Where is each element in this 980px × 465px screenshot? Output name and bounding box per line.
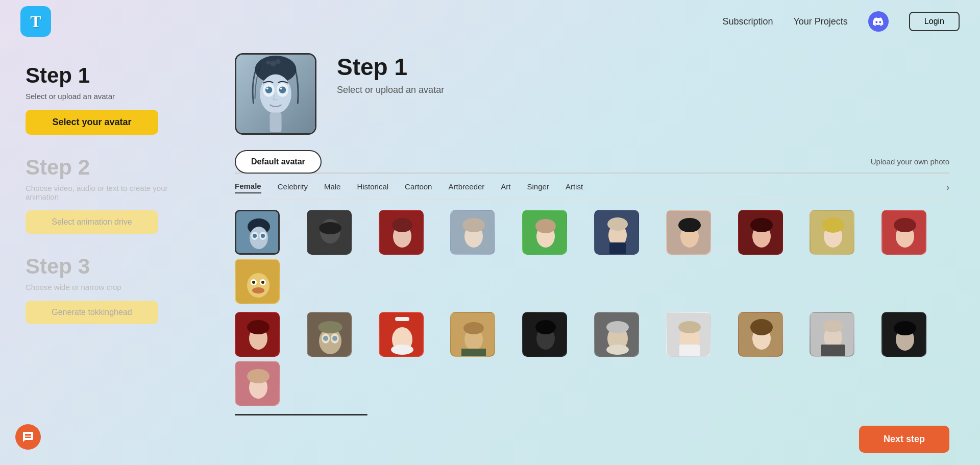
cat-celebrity[interactable]: Celebrity bbox=[278, 182, 308, 193]
svg-point-41 bbox=[750, 218, 773, 232]
step1-desc: Select or upload an avatar bbox=[26, 92, 189, 101]
avatar-item-art-red-woman[interactable] bbox=[881, 210, 926, 255]
select-animation-drive-button[interactable]: Select animation drive bbox=[26, 210, 158, 234]
chat-support-button[interactable] bbox=[15, 424, 41, 450]
logo-text: T bbox=[30, 12, 41, 31]
main-section: Step 1 Select or upload an avatar Defaul… bbox=[214, 43, 980, 463]
step2-label: Step 2 bbox=[26, 155, 189, 180]
content-step-title: Step 1 bbox=[337, 53, 444, 81]
svg-point-18 bbox=[253, 234, 257, 238]
avatar-item-santa[interactable] bbox=[379, 312, 424, 357]
svg-point-34 bbox=[607, 217, 628, 231]
step3-desc: Choose wide or narrow crop bbox=[26, 283, 189, 291]
avatar-item-dark-figure[interactable] bbox=[522, 312, 567, 357]
svg-point-86 bbox=[750, 319, 773, 335]
tab-default-avatar[interactable]: Default avatar bbox=[235, 150, 322, 174]
avatar-grid-row1 bbox=[235, 210, 949, 304]
svg-rect-12 bbox=[270, 113, 281, 133]
nav-your-projects[interactable]: Your Projects bbox=[793, 16, 847, 27]
cat-artist[interactable]: Artist bbox=[566, 182, 583, 193]
svg-rect-35 bbox=[609, 242, 626, 255]
svg-point-5 bbox=[265, 87, 272, 93]
discord-icon[interactable] bbox=[868, 11, 889, 32]
generate-button[interactable]: Generate tokkinghead bbox=[26, 301, 158, 324]
categories-arrow-right[interactable]: › bbox=[946, 182, 949, 193]
svg-point-82 bbox=[678, 321, 701, 333]
scroll-indicator bbox=[235, 414, 368, 415]
tab-divider bbox=[322, 150, 635, 173]
avatar-item-green-bg[interactable] bbox=[522, 210, 567, 255]
avatar-item-kpop[interactable] bbox=[450, 210, 495, 255]
svg-point-52 bbox=[252, 281, 255, 284]
svg-point-93 bbox=[894, 321, 916, 335]
main-nav: Subscription Your Projects Login bbox=[722, 11, 960, 32]
avatar-grid-row2 bbox=[235, 312, 949, 406]
svg-point-31 bbox=[535, 219, 556, 233]
avatar-item-taylor[interactable] bbox=[235, 361, 280, 406]
avatar-tabs: Default avatar Upload your own photo bbox=[235, 150, 949, 174]
next-step-button[interactable]: Next step bbox=[859, 426, 949, 453]
svg-point-7 bbox=[266, 87, 268, 89]
step1-label: Step 1 bbox=[26, 63, 189, 88]
cat-singer[interactable]: Singer bbox=[527, 182, 549, 193]
login-button[interactable]: Login bbox=[909, 12, 960, 31]
svg-point-47 bbox=[894, 218, 916, 232]
avatar-item-elon[interactable] bbox=[666, 312, 711, 357]
selected-avatar-preview bbox=[235, 53, 316, 135]
avatar-item-brunette-woman[interactable] bbox=[738, 312, 783, 357]
cat-cartoon[interactable]: Cartoon bbox=[405, 182, 432, 193]
cat-female[interactable]: Female bbox=[235, 182, 261, 193]
svg-point-10 bbox=[276, 59, 281, 64]
avatar-item-red-portrait[interactable] bbox=[379, 210, 424, 255]
upload-own-photo-link[interactable]: Upload your own photo bbox=[635, 151, 949, 172]
svg-point-75 bbox=[535, 320, 556, 334]
svg-rect-72 bbox=[461, 349, 486, 357]
content-header: Step 1 Select or upload an avatar bbox=[235, 53, 949, 135]
svg-point-25 bbox=[392, 218, 412, 232]
avatar-item-corpse-bride[interactable] bbox=[235, 210, 280, 255]
avatar-item-red-woman2[interactable] bbox=[235, 312, 280, 357]
cat-art[interactable]: Art bbox=[501, 182, 510, 193]
content-step-subtitle: Select or upload an avatar bbox=[337, 85, 444, 95]
next-step-row: Next step bbox=[235, 426, 949, 453]
avatar-item-kim[interactable] bbox=[666, 210, 711, 255]
cat-historical[interactable]: Historical bbox=[357, 182, 388, 193]
svg-point-28 bbox=[462, 218, 485, 232]
svg-point-63 bbox=[323, 336, 328, 341]
main-content: Step 1 Select or upload an avatar Select… bbox=[0, 43, 980, 465]
svg-point-8 bbox=[280, 87, 282, 89]
svg-rect-90 bbox=[821, 345, 845, 357]
svg-point-64 bbox=[332, 336, 337, 341]
cat-artbreeder[interactable]: Artbreeder bbox=[448, 182, 484, 193]
category-filters: Female Celebrity Male Historical Cartoon… bbox=[235, 182, 949, 200]
svg-point-9 bbox=[270, 61, 276, 67]
app-header: T Subscription Your Projects Login bbox=[0, 0, 980, 43]
svg-point-57 bbox=[247, 320, 270, 334]
svg-point-71 bbox=[463, 322, 484, 334]
avatar-item-dark-portrait[interactable] bbox=[881, 312, 926, 357]
svg-point-6 bbox=[279, 87, 286, 93]
avatar-item-old-man[interactable] bbox=[594, 312, 639, 357]
step2-desc: Choose video, audio or text to create yo… bbox=[26, 184, 189, 201]
avatar-item-gollum[interactable] bbox=[307, 312, 352, 357]
avatar-item-blue-suit[interactable] bbox=[594, 210, 639, 255]
avatar-item-mona-lisa[interactable] bbox=[450, 312, 495, 357]
svg-point-22 bbox=[319, 222, 341, 234]
svg-point-54 bbox=[252, 287, 264, 293]
app-logo[interactable]: T bbox=[20, 6, 51, 37]
select-avatar-button[interactable]: Select your avatar bbox=[26, 110, 158, 135]
avatar-item-dark-red-woman[interactable] bbox=[738, 210, 783, 255]
avatar-item-blonde-woman[interactable] bbox=[810, 210, 854, 255]
svg-point-96 bbox=[247, 369, 270, 383]
avatar-item-doge[interactable] bbox=[235, 259, 280, 304]
svg-point-89 bbox=[823, 320, 843, 332]
svg-point-60 bbox=[318, 321, 342, 333]
avatar-item-art-figure[interactable] bbox=[810, 312, 854, 357]
avatar-item-dark-man[interactable] bbox=[307, 210, 352, 255]
svg-point-78 bbox=[606, 321, 629, 333]
svg-point-79 bbox=[606, 345, 629, 355]
cat-male[interactable]: Male bbox=[324, 182, 341, 193]
svg-point-11 bbox=[266, 61, 271, 65]
nav-subscription[interactable]: Subscription bbox=[722, 16, 773, 27]
content-title-block: Step 1 Select or upload an avatar bbox=[337, 53, 444, 95]
